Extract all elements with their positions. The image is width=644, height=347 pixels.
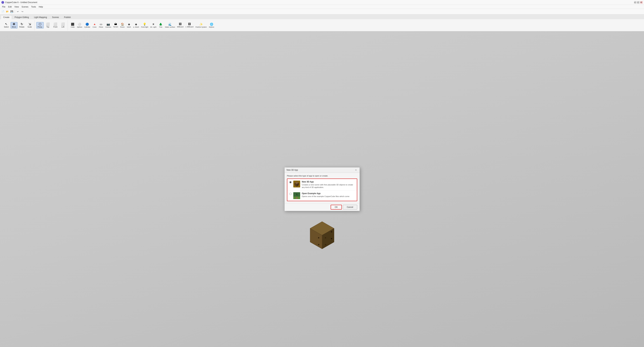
toolbar: 📄 📂 💾 ↩ ↪ xyxy=(0,9,644,14)
app-icon xyxy=(1,1,4,4)
radio-example-app[interactable] xyxy=(289,193,292,195)
dialog-close-button[interactable]: × xyxy=(354,168,358,172)
create-skybox[interactable]: 🌐 Skybox xyxy=(208,22,215,28)
new-button[interactable]: 📄 xyxy=(1,10,5,13)
toolbar-separator xyxy=(15,10,15,13)
dialog-footer: OK Cancel xyxy=(284,203,360,211)
view-section: ⬡ Persp. ⬜ Top ⬜ Front ⬜ Left xyxy=(35,20,68,30)
minimize-button[interactable]: ─ xyxy=(634,1,636,3)
create-tree[interactable]: 🌲 Tree xyxy=(158,22,164,28)
menu-bar: File Edit View Scenes Tools Help xyxy=(0,5,644,9)
water-surface-icon: 🌊 xyxy=(168,22,172,26)
viewport[interactable]: New 3D App × Please select the type of a… xyxy=(0,31,644,347)
tool-rotate[interactable]: ↻ Rotate xyxy=(18,22,26,28)
top-label: Top xyxy=(46,26,49,28)
point-light-label: Point light xyxy=(141,26,148,28)
close-button[interactable]: ✕ xyxy=(640,1,643,3)
create-cone[interactable]: 🔺 Cone xyxy=(92,22,98,28)
dialog-overlay: New 3D App × Please select the type of a… xyxy=(0,31,644,347)
point-light-icon: 💡 xyxy=(143,22,146,26)
option-desc-new-3d-app: Creates a new scene with free placeable … xyxy=(302,184,355,189)
create-particle-system[interactable]: ✨ Particle System xyxy=(194,22,208,28)
tool-front[interactable]: ⬜ Front xyxy=(52,22,59,28)
particle-system-label: Particle System xyxy=(196,26,207,28)
dialog-titlebar: New 3D App × xyxy=(284,167,360,173)
front-icon: ⬜ xyxy=(54,22,57,26)
cylinder-label: Cylinder xyxy=(84,26,90,28)
menu-view[interactable]: View xyxy=(13,5,20,8)
create-a-mesh[interactable]: ◈ a. Mesh xyxy=(132,22,140,28)
dialog-title: New 3D App xyxy=(286,169,298,171)
move-icon: ✥ xyxy=(13,22,15,26)
tool-select[interactable]: ↖ Select xyxy=(3,22,10,28)
v-billboard-icon: 🖼 xyxy=(188,22,191,26)
create-water-surface[interactable]: 🌊 Water surface xyxy=(164,22,176,28)
radio-new-3d-app[interactable] xyxy=(289,181,292,183)
title-bar: CopperCube 6 - Untitled Document ─ □ ✕ xyxy=(0,0,644,5)
create-point-light[interactable]: 💡 Point light xyxy=(140,22,149,28)
menu-file[interactable]: File xyxy=(1,5,7,8)
skybox-label: Skybox xyxy=(209,26,214,28)
select-label: Select xyxy=(4,26,9,28)
view-tools: ⬡ Persp. ⬜ Top ⬜ Front ⬜ Left xyxy=(36,22,66,28)
create-sphere[interactable]: ⚪ Sphere xyxy=(76,22,83,28)
title-text: CopperCube 6 - Untitled Document xyxy=(5,1,37,3)
undo-button[interactable]: ↩ xyxy=(16,10,20,13)
menu-scenes[interactable]: Scenes xyxy=(20,5,30,8)
create-room[interactable]: 🏠 Room xyxy=(120,22,126,28)
tool-scale[interactable]: ⇲ Scale xyxy=(26,22,33,28)
tab-polygon-editing[interactable]: Polygon Editing xyxy=(12,15,31,19)
option-img-new-3d-app xyxy=(293,181,300,187)
left-icon: ⬜ xyxy=(61,22,65,26)
tab-light-mapping[interactable]: Light Mapping xyxy=(31,15,49,19)
menu-edit[interactable]: Edit xyxy=(7,5,13,8)
sphere-label: Sphere xyxy=(77,26,82,28)
scale-icon: ⇲ xyxy=(28,22,31,26)
tool-persp[interactable]: ⬡ Persp. xyxy=(36,22,44,28)
option-text-new-3d-app: New 3D App Creates a new scene with free… xyxy=(302,181,355,189)
terrain-label: Terrain xyxy=(113,26,118,28)
cancel-button[interactable]: Cancel xyxy=(343,205,357,210)
open-button[interactable]: 📂 xyxy=(6,10,9,13)
maximize-button[interactable]: □ xyxy=(637,1,640,3)
front-label: Front xyxy=(54,26,58,28)
menu-tools[interactable]: Tools xyxy=(30,5,37,8)
cone-icon: 🔺 xyxy=(93,22,96,26)
options-list: New 3D App Creates a new scene with free… xyxy=(287,179,357,201)
create-v-billboard[interactable]: 🖼 v. Billboard xyxy=(185,22,194,28)
tree-icon: 🌲 xyxy=(159,22,162,26)
tab-publish[interactable]: Publish xyxy=(62,15,73,19)
dialog-body: Please select the type of app to open or… xyxy=(284,173,360,203)
menu-help[interactable]: Help xyxy=(37,5,44,8)
create-camera[interactable]: 📷 Camera xyxy=(104,22,112,28)
tool-move[interactable]: ✥ Move xyxy=(10,22,18,28)
dir-light-icon: ☀ xyxy=(152,22,154,26)
create-billboard[interactable]: 🖼 Billboard xyxy=(176,22,184,28)
tab-scenes[interactable]: Scenes xyxy=(50,15,62,19)
save-button[interactable]: 💾 xyxy=(10,10,14,13)
option-example-app[interactable]: Open Example App Opens one of the exampl… xyxy=(287,191,357,201)
option-new-3d-app[interactable]: New 3D App Creates a new scene with free… xyxy=(287,179,357,191)
ok-button[interactable]: OK xyxy=(331,205,342,210)
billboard-label: Billboard xyxy=(177,26,184,28)
dialog: New 3D App × Please select the type of a… xyxy=(284,167,360,211)
create-mesh[interactable]: ◈ Mesh xyxy=(126,22,132,28)
tool-top[interactable]: ⬜ Top xyxy=(44,22,51,28)
tool-left[interactable]: ⬜ Left xyxy=(60,22,66,28)
create-dir-light[interactable]: ☀ dir. Light xyxy=(150,22,157,28)
create-plane[interactable]: ▭ Plane xyxy=(98,22,104,28)
v-billboard-label: v. Billboard xyxy=(186,26,194,28)
water-surface-label: Water surface xyxy=(165,26,175,28)
persp-icon: ⬡ xyxy=(39,22,42,26)
camera-icon: 📷 xyxy=(106,22,110,26)
ribbon: Create Polygon Editing Light Mapping Sce… xyxy=(0,14,644,31)
create-cylinder[interactable]: 🔵 Cylinder xyxy=(84,22,91,28)
option-title-example-app: Open Example App xyxy=(302,192,350,195)
plane-label: Plane xyxy=(99,26,103,28)
a-mesh-icon: ◈ xyxy=(135,22,137,26)
create-cube[interactable]: ⬛ Cube xyxy=(70,22,76,28)
tab-create[interactable]: Create xyxy=(1,15,12,19)
cube-label: Cube xyxy=(71,26,75,28)
create-terrain[interactable]: 🏔 Terrain xyxy=(112,22,119,28)
redo-button[interactable]: ↪ xyxy=(20,10,24,13)
